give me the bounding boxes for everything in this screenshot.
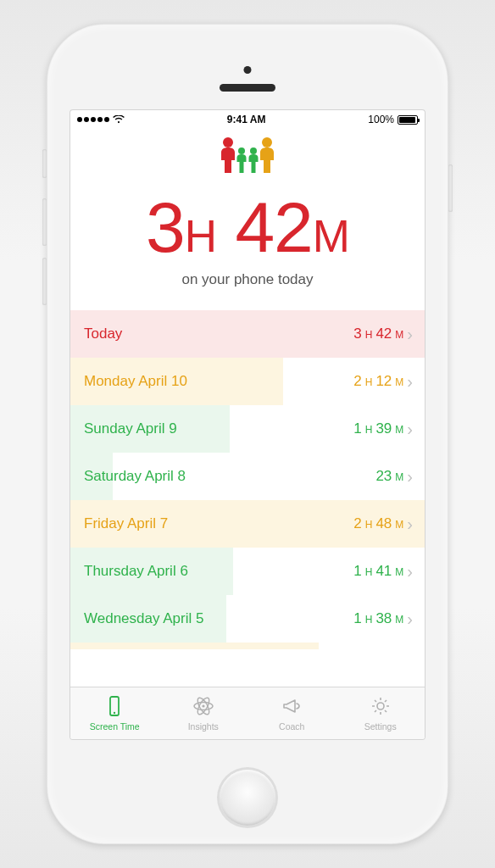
gear-icon xyxy=(368,695,393,719)
day-label: Monday April 10 xyxy=(84,373,187,390)
tab-screen-time[interactable]: Screen Time xyxy=(70,687,159,739)
chevron-right-icon: › xyxy=(407,610,413,627)
svg-point-2 xyxy=(250,147,257,154)
day-row[interactable]: Saturday April 823M› xyxy=(70,453,425,500)
svg-point-0 xyxy=(223,137,233,147)
power-button[interactable] xyxy=(448,164,453,212)
signal-strength-icon xyxy=(77,117,109,122)
front-camera xyxy=(244,66,252,74)
day-row[interactable]: Friday April 72H 48M› xyxy=(70,500,425,548)
day-label: Wednesday April 5 xyxy=(84,610,203,627)
minutes-unit: M xyxy=(313,211,349,261)
day-label: Sunday April 9 xyxy=(84,420,177,437)
tab-insights[interactable]: Insights xyxy=(159,687,248,739)
tab-label: Coach xyxy=(279,721,304,732)
wifi-icon xyxy=(113,115,125,124)
day-label: Today xyxy=(84,326,122,342)
day-value: 1H 39M xyxy=(353,420,403,437)
chevron-right-icon: › xyxy=(407,326,413,342)
day-label: Friday April 7 xyxy=(84,515,168,532)
tab-label: Settings xyxy=(364,721,397,732)
day-row[interactable]: Today3H 42M› xyxy=(70,310,425,358)
day-value: 2H 48M xyxy=(353,515,403,532)
tab-coach[interactable]: Coach xyxy=(248,687,336,739)
volume-up-button[interactable] xyxy=(42,198,47,246)
tab-label: Insights xyxy=(188,721,219,732)
svg-point-5 xyxy=(114,712,115,714)
megaphone-icon xyxy=(279,695,304,719)
day-row[interactable]: Wednesday April 51H 38M› xyxy=(70,595,425,643)
svg-point-1 xyxy=(238,147,245,154)
tab-settings[interactable]: Settings xyxy=(336,687,425,739)
day-value: 1H 38M xyxy=(353,610,403,627)
battery-percent: 100% xyxy=(368,114,394,125)
day-row[interactable]: Monday April 102H 12M› xyxy=(70,358,425,405)
family-icon xyxy=(214,136,281,173)
home-button[interactable] xyxy=(220,770,275,826)
day-value: 2H 12M xyxy=(353,373,403,390)
day-row[interactable] xyxy=(70,643,425,649)
hours-value: 3 xyxy=(146,187,185,267)
status-bar: 9:41 AM 100% xyxy=(70,110,425,129)
mute-switch[interactable] xyxy=(42,149,47,178)
hours-unit: H xyxy=(185,211,216,261)
svg-point-9 xyxy=(202,704,204,707)
tab-bar: Screen TimeInsightsCoachSettings xyxy=(70,687,425,739)
device-frame: 9:41 AM 100% xyxy=(47,24,448,844)
minutes-value: 42 xyxy=(235,187,312,267)
tab-label: Screen Time xyxy=(90,721,140,732)
total-time: 3H 42M xyxy=(70,192,425,263)
earpiece xyxy=(220,84,275,92)
day-value: 1H 41M xyxy=(353,563,403,580)
status-time: 9:41 AM xyxy=(227,114,266,125)
hero: 3H 42M on your phone today xyxy=(70,129,425,310)
svg-point-10 xyxy=(377,703,384,709)
atom-icon xyxy=(191,695,216,719)
day-list[interactable]: Today3H 42M›Monday April 102H 12M›Sunday… xyxy=(70,310,425,687)
day-row[interactable]: Thursday April 61H 41M› xyxy=(70,548,425,595)
battery-icon xyxy=(398,115,418,125)
phone-icon xyxy=(102,695,127,719)
chevron-right-icon: › xyxy=(407,468,413,485)
chevron-right-icon: › xyxy=(407,420,413,437)
volume-down-button[interactable] xyxy=(42,258,47,305)
day-value: 3H 42M xyxy=(353,326,403,342)
hero-subtitle: on your phone today xyxy=(70,271,425,288)
chevron-right-icon: › xyxy=(407,373,413,390)
day-row[interactable]: Sunday April 91H 39M› xyxy=(70,405,425,453)
chevron-right-icon: › xyxy=(407,515,413,532)
screen: 9:41 AM 100% xyxy=(70,110,425,739)
day-label: Saturday April 8 xyxy=(84,468,186,485)
day-label: Thursday April 6 xyxy=(84,563,188,580)
usage-bar xyxy=(70,643,319,649)
day-value: 23M xyxy=(375,468,403,485)
chevron-right-icon: › xyxy=(407,563,413,580)
svg-point-3 xyxy=(262,137,272,147)
